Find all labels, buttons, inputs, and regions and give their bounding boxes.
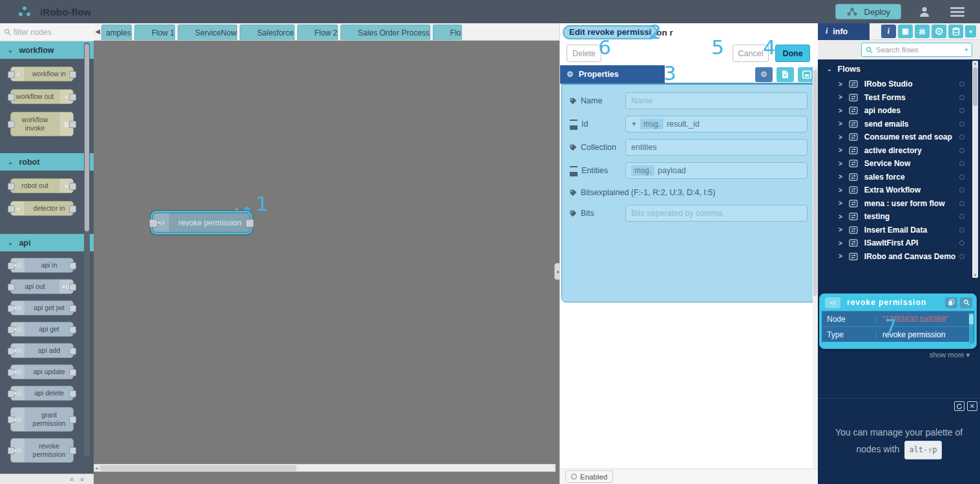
tab-scroll-left-icon[interactable]: ◀ [94, 23, 101, 40]
flow-tree-item[interactable]: > active directory [818, 144, 980, 158]
flow-status-circle[interactable] [959, 254, 964, 259]
category-workflow[interactable]: ⌄ workflow [0, 41, 94, 59]
chevron-right-icon[interactable]: > [839, 226, 842, 233]
chevron-right-icon[interactable]: > [839, 107, 842, 114]
msg-prefix-chip[interactable]: msg. [640, 119, 663, 129]
flow-tab[interactable]: ServiceNow [178, 25, 237, 40]
flow-status-circle[interactable] [959, 121, 964, 127]
copy-button[interactable] [945, 297, 957, 308]
flow-tab[interactable]: Salesforce [240, 25, 295, 40]
hamburger-menu-icon[interactable] [950, 5, 964, 19]
flow-status-circle[interactable] [959, 240, 964, 246]
expand-all-icon[interactable]: « [68, 477, 76, 481]
palette-node[interactable]: ‹› workflow in [10, 67, 74, 81]
palette-node[interactable]: ‹› workflow out [10, 89, 74, 104]
chevron-right-icon[interactable]: > [839, 120, 842, 127]
palette-node[interactable]: revoke permission [10, 438, 74, 463]
category-robot[interactable]: ⌄ robot [0, 153, 94, 171]
collection-input[interactable] [625, 139, 808, 156]
scroll-left-arrow-icon[interactable]: ◂ [95, 465, 98, 472]
flow-tab[interactable]: Flow 1 [134, 25, 175, 40]
config-gear-button[interactable]: ⚙ [932, 25, 946, 38]
flow-tree-item[interactable]: > mena : user form flow [818, 197, 980, 211]
cancel-button[interactable]: Cancel [733, 45, 769, 62]
zoom-to-node-button[interactable] [960, 297, 972, 308]
delete-button[interactable]: Delete [567, 45, 601, 62]
palette-node[interactable]: ‹› robot out [10, 178, 74, 193]
palette-node[interactable]: grant permission [10, 407, 74, 432]
chevron-right-icon[interactable]: > [839, 147, 842, 154]
help-book-button[interactable] [898, 25, 913, 38]
flow-status-circle[interactable] [959, 108, 964, 113]
category-api[interactable]: ⌄ api [0, 234, 94, 251]
close-button[interactable]: ✕ [967, 401, 977, 411]
flow-tab[interactable]: Flow 2 [297, 25, 338, 40]
palette-scrollbar[interactable] [84, 43, 90, 456]
palette-node[interactable]: api add [10, 343, 74, 358]
info-tab-button[interactable]: i [881, 25, 896, 38]
tab-properties[interactable]: ⚙ Properties [560, 65, 665, 83]
chevron-right-icon[interactable]: > [839, 134, 842, 141]
flow-tree-item[interactable]: > ISawItFirst API [818, 237, 980, 250]
chevron-right-icon[interactable]: > [839, 94, 842, 101]
refresh-button[interactable] [954, 401, 964, 411]
flow-tab[interactable]: Sales Order Process [340, 25, 430, 40]
chevron-right-icon[interactable]: > [839, 213, 842, 220]
deploy-button[interactable]: Deploy [835, 4, 901, 19]
flow-tab[interactable]: amples [101, 25, 132, 40]
entities-typed-input[interactable]: msg. payload [625, 162, 808, 179]
chevron-down-icon[interactable]: ▾ [964, 47, 968, 53]
tray-scrollbar[interactable] [813, 66, 818, 468]
canvas-horizontal-scrollbar[interactable]: ◂ [94, 464, 556, 472]
flow-tree-item[interactable]: > send emails [818, 118, 980, 131]
palette-node[interactable]: ‹› detector in [10, 201, 74, 216]
flow-status-circle[interactable] [959, 134, 964, 140]
workspace[interactable]: revoke permission ◂ ◂ [94, 41, 559, 474]
palette-node[interactable]: ≣ workflow invoke [10, 112, 74, 136]
flows-scrollbar[interactable]: ▲ ▼ [972, 61, 978, 278]
palette-node[interactable]: api update [10, 364, 74, 379]
flow-tab[interactable]: Flo [433, 25, 462, 40]
settings-gear-button[interactable]: ⚙ [755, 67, 773, 82]
scrollbar-thumb[interactable] [99, 465, 297, 471]
flow-tree-item[interactable]: > testing [818, 210, 980, 224]
node-info-scrollbar[interactable] [969, 313, 974, 344]
scroll-down-icon[interactable]: ▼ [972, 273, 978, 277]
chevron-right-icon[interactable]: > [839, 200, 842, 207]
flow-tree-item[interactable]: > sales force [818, 171, 980, 184]
doc-button[interactable] [777, 67, 794, 82]
flow-status-circle[interactable] [959, 161, 964, 166]
msg-prefix-chip[interactable]: msg. [631, 165, 654, 176]
flow-tree-item[interactable]: > Test Forms [818, 91, 980, 105]
palette-node[interactable]: api get [10, 322, 74, 337]
debug-bug-button[interactable] [915, 25, 930, 38]
chevron-right-icon[interactable]: > [839, 240, 842, 247]
filter-nodes-input[interactable] [14, 28, 78, 37]
search-flows-box[interactable]: ▾ [861, 43, 972, 57]
flow-status-circle[interactable] [959, 187, 964, 193]
flow-status-circle[interactable] [959, 214, 964, 219]
flow-tree-item[interactable]: > Extra Workflow [818, 184, 980, 197]
enabled-toggle[interactable]: Enabled [565, 470, 613, 483]
user-icon[interactable] [918, 5, 931, 18]
flow-status-circle[interactable] [959, 81, 964, 87]
flow-status-circle[interactable] [959, 174, 964, 180]
palette-node[interactable]: api in [10, 258, 74, 273]
flow-status-circle[interactable] [959, 201, 964, 206]
context-db-button[interactable] [948, 25, 963, 38]
palette-node[interactable]: api delete [10, 386, 74, 401]
flow-status-circle[interactable] [959, 95, 964, 100]
palette-node[interactable]: api out [10, 279, 74, 294]
scrollbar-thumb[interactable] [973, 67, 977, 106]
chevron-right-icon[interactable]: > [839, 253, 842, 260]
canvas-node-revoke-permission[interactable]: revoke permission [152, 213, 251, 233]
flow-tree-item[interactable]: > IRobo Studio [818, 78, 980, 91]
bits-input[interactable] [625, 205, 808, 222]
typed-input-caret-icon[interactable]: ▼ [631, 121, 637, 127]
show-more-link[interactable]: show more ▾ [930, 351, 970, 359]
flow-tree-item[interactable]: > IRobo and Canvas Demo [818, 250, 980, 264]
tab-info[interactable]: i info [818, 23, 870, 40]
flow-status-circle[interactable] [959, 148, 964, 153]
scroll-up-icon[interactable]: ▲ [972, 61, 978, 65]
flow-tree-item[interactable]: > Consume rest and soap [818, 131, 980, 144]
